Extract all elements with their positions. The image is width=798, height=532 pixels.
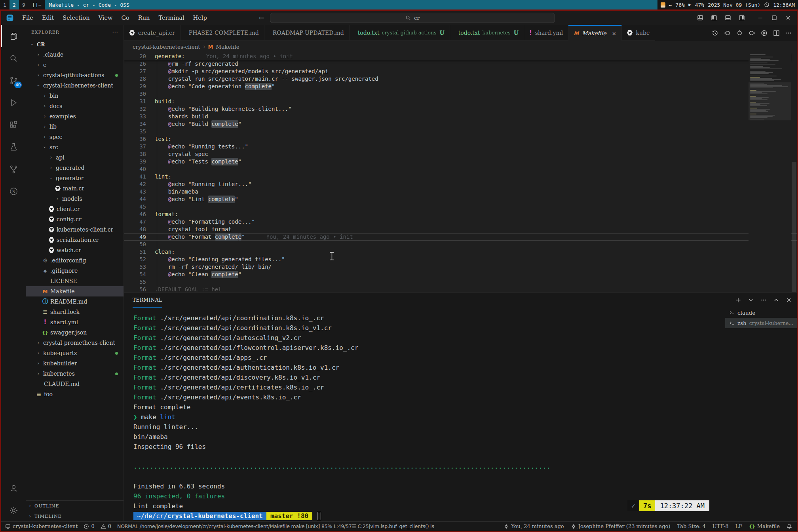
explorer-more-actions[interactable]: ⋯: [112, 28, 118, 36]
status-tab-size-4[interactable]: Tab Size: 4: [677, 523, 706, 529]
explorer-item-CR[interactable]: ›CR: [26, 39, 124, 49]
explorer-item-.editorconfig[interactable]: ⚙.editorconfig: [26, 255, 124, 266]
code-line-45[interactable]: 45: [124, 203, 797, 211]
activity-search[interactable]: [1, 47, 26, 69]
code-line-46[interactable]: 46format:: [124, 211, 797, 218]
terminal-session-zsh[interactable]: zshcrystal-kuberne...: [725, 318, 797, 328]
menu-terminal[interactable]: Terminal: [154, 15, 188, 21]
command-center-search[interactable]: cr: [270, 13, 555, 23]
status-0[interactable]: 0: [84, 523, 94, 529]
explorer-item-.gitignore[interactable]: ◆.gitignore: [26, 266, 124, 276]
explorer-item-generated[interactable]: ›generated: [26, 163, 124, 173]
tab-shard.yml[interactable]: !shard.yml: [524, 25, 568, 41]
status-0[interactable]: 0: [101, 523, 111, 529]
explorer-item-client.cr[interactable]: client.cr: [26, 204, 124, 214]
code-line-48[interactable]: 48 crystal tool format: [124, 226, 797, 233]
explorer-item-kubebuilder[interactable]: ›kubebuilder: [26, 358, 124, 369]
explorer-item-README.md[interactable]: ⓘREADME.md: [26, 296, 124, 307]
breadcrumb-Makefile[interactable]: Makefile: [216, 44, 239, 50]
code-oss-logo-icon[interactable]: [6, 14, 14, 22]
explorer-item-serialization.cr[interactable]: serialization.cr: [26, 235, 124, 245]
status-crystal-kubernetes-clien[interactable]: crystal-kubernetes-client: [5, 523, 78, 529]
code-line-53[interactable]: 53 rm -rf src/generated/ lib/ bin/: [124, 263, 797, 271]
panel-plus-icon[interactable]: [735, 297, 741, 303]
tab-Makefile[interactable]: MMakefile×: [568, 25, 621, 41]
explorer-item-lib[interactable]: ›lib: [26, 122, 124, 132]
workspace-1[interactable]: 1: [0, 0, 10, 10]
explorer-item-examples[interactable]: ›examples: [26, 111, 124, 122]
history-icon[interactable]: [712, 30, 718, 36]
explorer-item-c[interactable]: ›c: [26, 60, 124, 70]
code-line-39[interactable]: 39 @echo "Tests complete": [124, 158, 797, 165]
code-line-36[interactable]: 36test:: [124, 135, 797, 143]
menu-help[interactable]: Help: [189, 15, 211, 21]
terminal-session-claude[interactable]: claude: [725, 308, 797, 318]
menu-go[interactable]: Go: [117, 15, 134, 21]
menu-edit[interactable]: Edit: [38, 15, 58, 21]
status-utf-8[interactable]: UTF-8: [712, 523, 729, 529]
panel-chevron-down-icon[interactable]: [748, 297, 754, 303]
activity-extensions[interactable]: [1, 114, 26, 136]
nav-back-icon[interactable]: [724, 30, 731, 36]
wm-workspaces[interactable]: 129: [0, 0, 28, 10]
code-line-31[interactable]: 31build:: [124, 98, 797, 105]
tab-kube[interactable]: kube: [622, 25, 655, 41]
panel-right-toggle-icon[interactable]: [739, 15, 745, 21]
editor-scrollbar[interactable]: [791, 53, 797, 292]
code-line-20[interactable]: 20generate:You, 24 minutes ago • init: [124, 53, 791, 60]
panel-more-icon[interactable]: [760, 297, 767, 303]
activity-settings-gear[interactable]: [1, 499, 26, 521]
explorer-item-kubernetes-client.cr[interactable]: kubernetes-client.cr: [26, 224, 124, 235]
close-tab-icon[interactable]: ×: [612, 30, 616, 36]
explorer-item-api[interactable]: ›api: [26, 152, 124, 163]
more-icon[interactable]: [785, 30, 792, 36]
code-line-38[interactable]: 38 crystal spec: [124, 150, 797, 158]
code-line-47[interactable]: 47 @echo "Formatting code...": [124, 218, 797, 226]
code-line-41[interactable]: 41lint:: [124, 173, 797, 180]
tab-ROADMAP-UPDATED.md[interactable]: ROADMAP-UPDATED.md: [264, 25, 350, 41]
code-line-32[interactable]: 32 @echo "Building kubernetes-client...": [124, 105, 797, 113]
tab-create_api.cr[interactable]: create_api.cr: [124, 25, 180, 41]
explorer-item-crystal-prometheus-client[interactable]: ›crystal-prometheus-client: [26, 338, 124, 348]
activity-source-control[interactable]: 40: [1, 69, 26, 91]
nav-back-arrow-icon[interactable]: ←: [259, 14, 264, 22]
workspace-2[interactable]: 2: [10, 0, 19, 10]
terminal-output[interactable]: Format ./src/generated/api/coordination.…: [133, 313, 718, 521]
minimize-button[interactable]: [757, 15, 764, 21]
code-line-28[interactable]: 28 crystal run src/generator/main.cr -- …: [124, 75, 797, 83]
explorer-item-shard.lock[interactable]: ≡shard.lock: [26, 307, 124, 317]
run-circle-icon[interactable]: [761, 30, 768, 36]
section-timeline[interactable]: ›TIMELINE: [26, 511, 124, 521]
explorer-item-src[interactable]: ›src: [26, 142, 124, 152]
code-line-27[interactable]: 27 @mkdir -p src/generated/models src/ge…: [124, 68, 797, 75]
explorer-item-spec[interactable]: ›spec: [26, 132, 124, 142]
explorer-item-bin[interactable]: ›bin: [26, 91, 124, 101]
explorer-item-generator[interactable]: ›generator: [26, 173, 124, 183]
activity-explorer[interactable]: [1, 25, 26, 47]
nav-dot-icon[interactable]: [736, 30, 743, 36]
split-editor-icon[interactable]: [773, 30, 780, 36]
status-bell[interactable]: [787, 524, 792, 529]
explorer-item-shard.yml[interactable]: !shard.yml: [26, 317, 124, 327]
explorer-item-kubernetes[interactable]: ›kubernetes: [26, 369, 124, 379]
code-line-34[interactable]: 34 @echo "Build complete": [124, 120, 797, 128]
panel-left-toggle-icon[interactable]: [711, 15, 717, 21]
close-button[interactable]: [785, 15, 791, 21]
explorer-item-models[interactable]: ›models: [26, 194, 124, 204]
tab-PHASE2-COMPLETE.md[interactable]: PHASE2-COMPLETE.md: [180, 25, 264, 41]
code-line-35[interactable]: 35: [124, 128, 797, 135]
code-line-30[interactable]: 30: [124, 90, 797, 98]
code-line-50[interactable]: 50: [124, 241, 797, 248]
explorer-item-LICENSE[interactable]: LICENSE: [26, 276, 124, 286]
explorer-item-crystal-github-actions[interactable]: ›crystal-github-actions: [26, 70, 124, 80]
status-makefile[interactable]: {}Makefile: [749, 523, 780, 529]
breadcrumb-crystal-kubernetes-client[interactable]: crystal-kubernetes-client: [133, 44, 200, 50]
panel-bottom-toggle-icon[interactable]: [725, 15, 731, 21]
explorer-item-.claude[interactable]: ›.claude: [26, 49, 124, 60]
code-line-56[interactable]: 56.DEFAULT_GOAL := hel: [124, 286, 797, 292]
explorer-item-docs[interactable]: ›docs: [26, 101, 124, 111]
status-lf[interactable]: LF: [735, 523, 743, 529]
code-line-49[interactable]: 49 @echo "Format complete"You, 24 minute…: [124, 233, 797, 241]
layout-toggle-icon[interactable]: [697, 15, 703, 21]
workspace-9[interactable]: 9: [19, 0, 28, 10]
